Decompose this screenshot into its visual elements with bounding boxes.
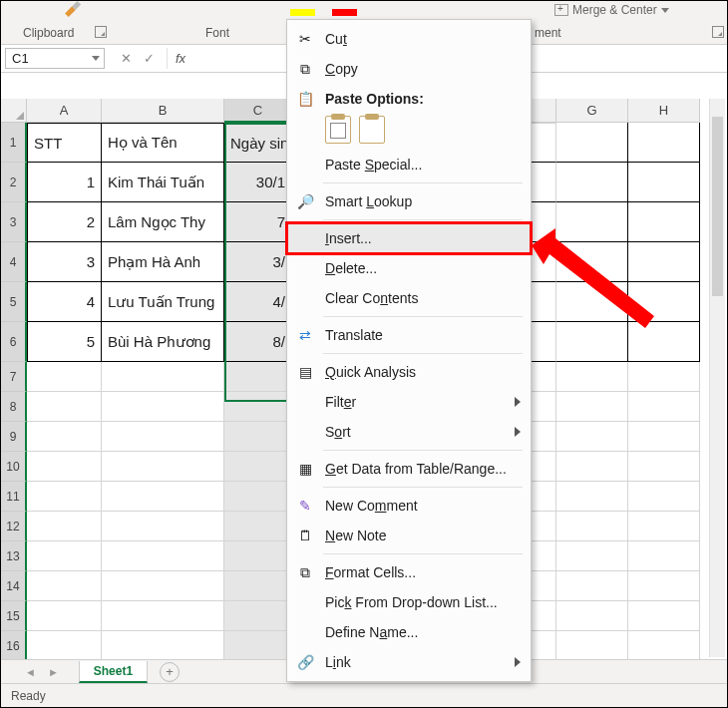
cell[interactable]: 5: [27, 322, 102, 362]
confirm-formula-icon[interactable]: ✓: [144, 51, 155, 66]
ctx-link[interactable]: 🔗 Link: [287, 647, 531, 677]
cell[interactable]: [27, 571, 102, 601]
cell[interactable]: [224, 631, 292, 661]
cell[interactable]: [27, 362, 102, 392]
ctx-new-note[interactable]: 🗒 New Note: [287, 521, 531, 550]
cell[interactable]: [628, 571, 700, 601]
scrollbar-thumb[interactable]: [712, 117, 723, 296]
ctx-clear-contents[interactable]: Clear Contents: [287, 283, 531, 313]
cell[interactable]: 3: [27, 242, 102, 282]
ctx-pick-list[interactable]: Pick From Drop-down List...: [287, 587, 531, 617]
cell[interactable]: [102, 512, 224, 541]
row-header[interactable]: 1: [1, 123, 27, 163]
cell[interactable]: [102, 571, 224, 601]
cell[interactable]: [224, 452, 292, 482]
cell[interactable]: STT: [27, 123, 102, 163]
cell[interactable]: [102, 422, 224, 452]
cell[interactable]: [628, 422, 700, 452]
cell[interactable]: Bùi Hà Phương: [102, 322, 224, 362]
row-header[interactable]: 15: [1, 601, 27, 631]
cell[interactable]: [628, 282, 700, 322]
ctx-filter[interactable]: Filter: [287, 387, 531, 417]
row-header[interactable]: 11: [1, 482, 27, 512]
fx-label[interactable]: fx: [168, 45, 185, 72]
row-header[interactable]: 12: [1, 512, 27, 541]
cell[interactable]: [102, 482, 224, 512]
cell[interactable]: [628, 482, 700, 512]
ctx-define-name[interactable]: Define Name...: [287, 617, 531, 647]
cell[interactable]: [556, 282, 628, 322]
cell[interactable]: Ngày sin: [224, 123, 292, 163]
col-header-H[interactable]: H: [628, 99, 700, 123]
cell[interactable]: [27, 392, 102, 422]
row-header[interactable]: 14: [1, 571, 27, 601]
cell[interactable]: [556, 242, 628, 282]
sheet-tab[interactable]: Sheet1: [79, 661, 148, 683]
cell[interactable]: [628, 601, 700, 631]
cell[interactable]: [628, 452, 700, 482]
ctx-insert[interactable]: Insert...: [287, 223, 531, 253]
cell[interactable]: [27, 482, 102, 512]
cell[interactable]: Họ và Tên: [102, 123, 224, 163]
cell[interactable]: [102, 631, 224, 661]
ctx-delete[interactable]: Delete...: [287, 253, 531, 283]
row-header[interactable]: 3: [1, 202, 27, 242]
ctx-get-data[interactable]: ▦ Get Data from Table/Range...: [287, 454, 531, 484]
cell[interactable]: [556, 422, 628, 452]
cell[interactable]: [556, 541, 628, 571]
cell[interactable]: [27, 601, 102, 631]
cell[interactable]: 3/: [224, 242, 292, 282]
font-color-chip[interactable]: [332, 3, 357, 16]
cell[interactable]: [556, 482, 628, 512]
cell[interactable]: [556, 322, 628, 362]
cell[interactable]: [224, 362, 292, 392]
format-painter-icon[interactable]: [63, 1, 85, 20]
select-all-corner[interactable]: [1, 99, 27, 123]
cell[interactable]: [224, 482, 292, 512]
paste-option-keep-source[interactable]: [325, 116, 351, 144]
cell[interactable]: Kim Thái Tuấn: [102, 163, 224, 202]
cell[interactable]: [27, 541, 102, 571]
cell[interactable]: 4: [27, 282, 102, 322]
cell[interactable]: [556, 631, 628, 661]
cell[interactable]: [628, 163, 700, 202]
row-header[interactable]: 16: [1, 631, 27, 661]
sheet-nav-prev-icon[interactable]: ◄: [25, 666, 36, 678]
col-header-A[interactable]: A: [27, 99, 102, 123]
cell[interactable]: [556, 202, 628, 242]
col-header-B[interactable]: B: [102, 99, 224, 123]
dialog-launcher-icon[interactable]: [95, 26, 107, 38]
cell[interactable]: 8/: [224, 322, 292, 362]
cell[interactable]: [224, 392, 292, 422]
row-header[interactable]: 4: [1, 242, 27, 282]
row-header[interactable]: 7: [1, 362, 27, 392]
cell[interactable]: [556, 392, 628, 422]
cell[interactable]: Lâm Ngọc Thy: [102, 202, 224, 242]
ctx-cut[interactable]: ✂ Cut: [287, 24, 531, 54]
cell[interactable]: [628, 512, 700, 541]
cell[interactable]: [628, 362, 700, 392]
vertical-scrollbar[interactable]: [709, 99, 725, 657]
ctx-quick-analysis[interactable]: ▤ Quick Analysis: [287, 357, 531, 387]
ctx-smart-lookup[interactable]: 🔎 Smart Lookup: [287, 186, 531, 216]
cell[interactable]: [102, 601, 224, 631]
cell[interactable]: [224, 512, 292, 541]
cell[interactable]: [628, 392, 700, 422]
cell[interactable]: [27, 631, 102, 661]
add-sheet-button[interactable]: +: [160, 662, 180, 682]
cell[interactable]: [556, 601, 628, 631]
row-header[interactable]: 13: [1, 541, 27, 571]
cell[interactable]: [628, 631, 700, 661]
merge-center-button[interactable]: Merge & Center: [554, 3, 669, 17]
ctx-sort[interactable]: Sort: [287, 417, 531, 447]
cancel-formula-icon[interactable]: ✕: [121, 51, 132, 66]
cell[interactable]: [556, 512, 628, 541]
name-box[interactable]: C1: [5, 48, 105, 69]
cell[interactable]: [556, 452, 628, 482]
cell[interactable]: Lưu Tuấn Trung: [102, 282, 224, 322]
cell[interactable]: 30/1: [224, 163, 292, 202]
cell[interactable]: [556, 571, 628, 601]
cell[interactable]: [224, 422, 292, 452]
cell[interactable]: 1: [27, 163, 102, 202]
cell[interactable]: [224, 571, 292, 601]
